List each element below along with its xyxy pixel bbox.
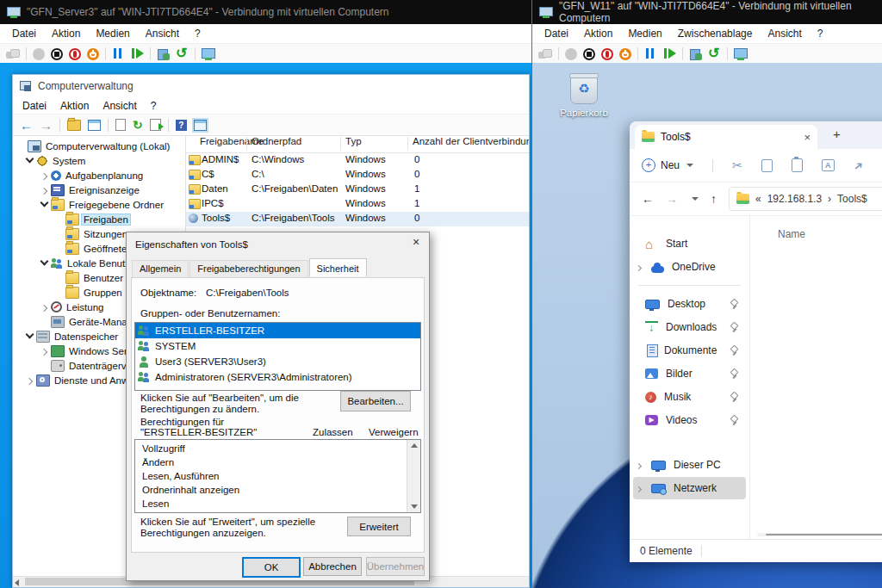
sidebar-item-dieser-pc[interactable]: Dieser PC	[633, 454, 746, 476]
tree-item-freigegebene-ordner[interactable]: Freigegebene Ordner	[13, 197, 185, 212]
mmc-menu-aktion[interactable]: Aktion	[54, 99, 95, 113]
sidebar-item-netzwerk[interactable]: Netzwerk	[633, 477, 746, 499]
principal-system[interactable]: SYSTEM	[135, 338, 420, 354]
tab-close-icon[interactable]: ×	[804, 131, 811, 144]
sidebar-item-dokumente[interactable]: Dokumente	[633, 339, 746, 362]
revert-icon[interactable]: ↺	[176, 47, 189, 60]
tab-sicherheit[interactable]: Sicherheit	[309, 258, 367, 276]
start-vm-icon[interactable]	[565, 48, 577, 60]
erweitert-button[interactable]: Erweitert	[347, 517, 411, 536]
mmc-menu-ansicht[interactable]: Ansicht	[96, 99, 142, 113]
ok-button[interactable]: OK	[242, 557, 301, 578]
menu-aktion[interactable]: Aktion	[45, 26, 87, 41]
dialog-titlebar[interactable]: Eigenschaften von Tools$	[127, 232, 429, 256]
mmc-menu-datei[interactable]: Datei	[16, 99, 53, 113]
scroll-down-icon[interactable]	[411, 504, 418, 509]
permissions-scrollbar[interactable]	[407, 440, 420, 512]
scrollbar-thumb[interactable]	[766, 534, 882, 535]
ctrl-alt-del-icon[interactable]	[538, 49, 552, 59]
save-vm-icon[interactable]	[619, 48, 631, 60]
back-icon[interactable]: ←	[20, 118, 33, 133]
menu-medien[interactable]: Medien	[621, 26, 668, 41]
rename-icon[interactable]: A	[822, 159, 835, 171]
properties-icon[interactable]	[115, 119, 126, 131]
sidebar-item-start[interactable]: ⌂Start	[633, 232, 746, 255]
scroll-up-icon[interactable]	[411, 443, 418, 448]
column-header-name[interactable]: Name	[778, 228, 805, 240]
mmc-menu-help[interactable]: ?	[145, 99, 163, 113]
window-panes-icon[interactable]	[194, 120, 207, 131]
start-vm-icon[interactable]	[33, 48, 45, 60]
checkpoint-icon[interactable]	[689, 47, 702, 60]
recycle-bin-desktop-icon[interactable]: ♻ Papierkorb	[556, 75, 612, 118]
menu-aktion[interactable]: Aktion	[577, 26, 619, 41]
menu-datei[interactable]: Datei	[5, 26, 43, 41]
paste-icon[interactable]	[792, 158, 803, 172]
share-row-daten[interactable]: Daten C:\Freigaben\Daten Windows 1	[186, 183, 529, 197]
perm-lesen[interactable]: Lesen	[135, 497, 420, 511]
perm-lesen-ausfuehren[interactable]: Lesen, Ausführen	[135, 469, 420, 483]
col-ordnerpfad[interactable]: Ordnerpfad	[252, 136, 301, 146]
abbrechen-button[interactable]: Abbrechen	[303, 557, 362, 576]
tree-item-computerverwaltung[interactable]: Computerverwaltung (Lokal)	[13, 139, 185, 153]
share-icon[interactable]: ➔	[850, 158, 866, 174]
perm-ordnerinhalt[interactable]: Ordnerinhalt anzeigen	[135, 483, 420, 497]
turn-off-vm-icon[interactable]	[583, 48, 595, 60]
sidebar-item-bilder[interactable]: Bilder	[633, 362, 746, 385]
mmc-titlebar[interactable]: Computerverwaltung	[13, 75, 529, 97]
pause-vm-icon[interactable]	[644, 47, 657, 60]
cut-icon[interactable]: ✂	[732, 158, 742, 172]
tab-freigabeberechtigungen[interactable]: Freigabeberechtigungen	[189, 260, 307, 278]
tab-allgemein[interactable]: Allgemein	[132, 260, 189, 278]
share-row-tools[interactable]: Tools$ C:\Freigaben\Tools Windows 0	[186, 212, 529, 226]
menu-ansicht[interactable]: Ansicht	[139, 26, 186, 41]
principal-ersteller-besitzer[interactable]: ERSTELLER-BESITZER	[135, 323, 420, 338]
explorer-tab-tools[interactable]: Tools$ ×	[635, 125, 817, 149]
sidebar-item-musik[interactable]: ♪Musik	[633, 386, 746, 408]
tree-item-ereignisanzeige[interactable]: Ereignisanzeige	[13, 183, 185, 197]
resume-vm-icon[interactable]	[663, 47, 676, 60]
menu-zwischenablage[interactable]: Zwischenablage	[671, 26, 760, 41]
shutdown-vm-icon[interactable]	[601, 48, 613, 60]
checkpoint-icon[interactable]	[157, 47, 170, 60]
revert-icon[interactable]: ↺	[708, 47, 721, 60]
resume-vm-icon[interactable]	[131, 47, 144, 60]
col-typ[interactable]: Typ	[345, 136, 362, 146]
tree-item-aufgabenplanung[interactable]: Aufgabenplanung	[13, 168, 185, 183]
perm-vollzugriff[interactable]: Vollzugriff	[135, 442, 420, 455]
scroll-left-icon[interactable]	[15, 579, 19, 586]
vmconnect-server3-titlebar[interactable]: "GFN_Server3" auf "WIN-JTI7TD664E4" - Ve…	[0, 0, 531, 24]
back-icon[interactable]: ←	[642, 192, 654, 206]
new-tab-icon[interactable]: +	[833, 127, 841, 141]
chevron-right-icon[interactable]	[637, 459, 643, 471]
share-row-ipc[interactable]: IPC$ Windows 1	[186, 197, 529, 212]
save-vm-icon[interactable]	[87, 48, 99, 60]
close-icon[interactable]: ×	[408, 235, 424, 251]
enhanced-session-icon[interactable]	[202, 47, 214, 60]
menu-help[interactable]: ?	[811, 26, 830, 41]
breadcrumb-folder[interactable]: Tools$	[837, 193, 867, 205]
forward-icon[interactable]: →	[40, 118, 53, 133]
address-box[interactable]: « 192.168.1.3 › Tools$	[729, 187, 882, 211]
explorer-file-area[interactable]: Name ^	[750, 216, 882, 540]
sidebar-item-downloads[interactable]: ↑Downloads	[633, 316, 746, 338]
up-icon[interactable]: ↑	[711, 192, 717, 206]
export-list-icon[interactable]	[150, 119, 161, 131]
up-one-level-icon[interactable]	[67, 120, 81, 131]
bearbeiten-button[interactable]: Bearbeiten...	[340, 391, 411, 412]
explorer-horizontal-scrollbar[interactable]	[757, 533, 882, 536]
shutdown-vm-icon[interactable]	[69, 48, 81, 60]
copy-icon[interactable]	[761, 159, 773, 172]
vmconnect-w11-titlebar[interactable]: "GFN_W11" auf "WIN-JTI7TD664E4" - Verbin…	[532, 0, 882, 24]
col-clientverbindungen[interactable]: Anzahl der Clientverbindungen	[413, 136, 529, 146]
chevron-right-icon[interactable]	[637, 261, 643, 273]
enhanced-session-icon[interactable]	[734, 47, 747, 60]
help-icon[interactable]: ?	[176, 120, 187, 131]
ctrl-alt-del-icon[interactable]	[6, 49, 20, 59]
principal-administratoren[interactable]: Administratoren (SERVER3\Administratoren…	[135, 369, 420, 385]
share-row-admin[interactable]: ADMIN$ C:\Windows Windows 0	[186, 153, 529, 168]
menu-datei[interactable]: Datei	[537, 26, 575, 41]
turn-off-vm-icon[interactable]	[51, 48, 63, 60]
forward-icon[interactable]: →	[666, 192, 678, 206]
recent-locations-icon[interactable]	[692, 197, 699, 201]
